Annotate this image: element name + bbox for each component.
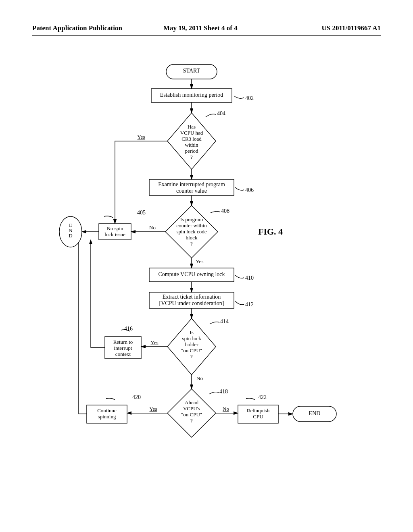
ref-416: 416 xyxy=(124,326,133,332)
box-return-interrupt: Return to interrupt context xyxy=(106,339,140,357)
box-examine-pc: Examine interrupted program counter valu… xyxy=(151,181,232,194)
figure-label: FIG. 4 xyxy=(258,227,283,237)
ref-402: 402 xyxy=(245,95,254,102)
ref-420: 420 xyxy=(132,394,141,401)
diamond-pc-in-spinlock: Is program counter within spin lock code… xyxy=(169,217,214,247)
edge-yes-408: Yes xyxy=(194,259,206,265)
header-center: May 19, 2011 Sheet 4 of 4 xyxy=(163,24,238,32)
ref-418: 418 xyxy=(219,389,228,395)
edge-yes-404: Yes xyxy=(133,134,149,140)
ref-422: 422 xyxy=(258,394,267,401)
box-establish-monitoring: Establish monitoring period xyxy=(153,92,230,98)
diamond-holder-oncpu: Is spin lock holder "on CPU" ? xyxy=(171,330,212,360)
box-continue-spinning: Continue spinning xyxy=(89,408,125,420)
diamond-cr3-load: Has VCPU had CR3 load within period ? xyxy=(171,124,212,160)
box-extract-ticket: Extract ticket information [VCPU under c… xyxy=(151,294,232,307)
header-rule xyxy=(32,35,381,36)
ref-408: 408 xyxy=(221,208,229,214)
flowchart: START Establish monitoring period Has VC… xyxy=(32,60,381,500)
ref-406: 406 xyxy=(245,187,254,193)
edge-no-418: No xyxy=(220,406,232,412)
start-terminator: START xyxy=(177,68,206,74)
ref-414: 414 xyxy=(220,318,229,325)
ref-410: 410 xyxy=(245,275,254,281)
box-compute-owning: Compute VCPU owning lock xyxy=(151,271,232,278)
ref-405: 405 xyxy=(137,210,146,216)
box-relinquish-cpu: Relinquish CPU xyxy=(240,408,276,420)
edge-no-408: No xyxy=(146,225,159,231)
end-right-terminator: END xyxy=(302,410,327,417)
edge-yes-418: Yes xyxy=(147,406,159,412)
edge-yes-414: Yes xyxy=(148,340,161,346)
end-left-terminator: E N D xyxy=(65,222,76,238)
header-right: US 2011/0119667 A1 xyxy=(322,24,381,32)
edge-no-414: No xyxy=(194,376,206,382)
box-no-spin-lock-issue: No spin lock issue xyxy=(100,226,130,238)
ref-404: 404 xyxy=(217,110,225,117)
header-left: Patent Application Publication xyxy=(32,24,122,32)
diamond-ahead-oncpu: Ahead VCPU's "on CPU" ? xyxy=(173,400,211,424)
ref-412: 412 xyxy=(245,301,254,308)
page-header: Patent Application Publication May 19, 2… xyxy=(32,24,381,48)
